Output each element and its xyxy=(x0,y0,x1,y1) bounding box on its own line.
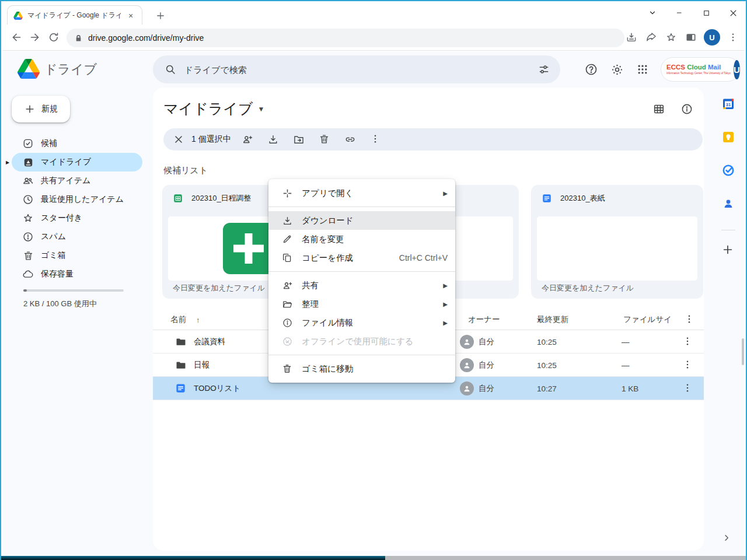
browser-menu-kebab-icon[interactable] xyxy=(726,30,740,44)
search-bar[interactable] xyxy=(153,55,560,83)
menu-item-label: 整理 xyxy=(302,299,319,310)
scrollbar-thumb[interactable] xyxy=(742,338,744,365)
side-panel-icon[interactable] xyxy=(684,30,698,44)
menu-item-label: オフラインで使用可能にする xyxy=(302,336,414,347)
contacts-icon[interactable] xyxy=(721,197,735,211)
card-file-name: 202310_日程調整 xyxy=(191,193,252,204)
bookmark-star-icon[interactable] xyxy=(664,30,678,44)
trash-icon[interactable] xyxy=(319,134,330,145)
sidebar-item-recent[interactable]: 最近使用したアイテム xyxy=(12,190,142,209)
new-tab-button[interactable] xyxy=(153,8,168,23)
sidebar-nav: 候補 ▶ マイドライブ 共有アイテム 最近使用したアイテム xyxy=(12,134,142,284)
menu-item-open-with[interactable]: アプリで開く ▶ xyxy=(268,184,455,202)
browser-profile-avatar[interactable]: U xyxy=(704,29,720,46)
column-size[interactable]: ファイルサイ xyxy=(623,314,672,325)
address-bar[interactable]: drive.google.com/drive/my-drive xyxy=(67,29,624,47)
people-icon xyxy=(22,175,34,187)
new-button[interactable]: 新規 xyxy=(12,96,70,123)
menu-item-move-to-trash[interactable]: ゴミ箱に移動 xyxy=(268,359,455,378)
new-button-label: 新規 xyxy=(41,104,58,114)
window-maximize-button[interactable] xyxy=(700,7,712,19)
row-kebab-icon[interactable] xyxy=(682,383,694,394)
row-kebab-icon[interactable] xyxy=(682,336,694,348)
download-icon[interactable] xyxy=(267,134,279,145)
window-close-button[interactable] xyxy=(727,7,739,19)
suggestions-check-icon xyxy=(22,138,34,149)
row-owner: 自分 xyxy=(479,337,494,347)
column-name[interactable]: 名前 xyxy=(170,314,186,325)
info-icon xyxy=(281,317,293,328)
account-avatar[interactable]: U xyxy=(734,60,740,79)
sidebar-item-spam[interactable]: スパム xyxy=(12,228,142,246)
menu-divider xyxy=(268,206,455,207)
submenu-arrow-icon: ▶ xyxy=(443,301,448,307)
companion-divider xyxy=(721,230,735,230)
file-card-docs[interactable]: 202310_表紙 今日変更を加えたファイル xyxy=(531,185,703,299)
menu-divider xyxy=(268,355,455,355)
title-dropdown-caret-icon[interactable]: ▼ xyxy=(258,105,265,113)
storage-progress xyxy=(23,289,124,292)
account-pill[interactable]: ECCS Cloud Mail Information Technology C… xyxy=(661,57,740,82)
back-button[interactable] xyxy=(9,30,23,44)
lock-icon xyxy=(75,34,82,42)
menu-item-organize[interactable]: 整理 ▶ xyxy=(268,295,455,313)
clear-selection-icon[interactable] xyxy=(173,134,184,145)
hide-panel-chevron-icon[interactable] xyxy=(721,533,732,543)
grid-view-toggle-icon[interactable] xyxy=(652,103,666,117)
share-page-icon[interactable] xyxy=(644,30,658,44)
rename-pencil-icon xyxy=(281,233,293,245)
clock-icon xyxy=(22,194,34,205)
expand-caret-icon[interactable]: ▶ xyxy=(6,160,9,165)
sort-ascending-icon[interactable]: ↑ xyxy=(196,316,200,324)
owner-avatar-icon xyxy=(460,335,474,349)
sidebar-item-trash[interactable]: ゴミ箱 xyxy=(12,246,142,265)
sidebar-item-label: マイドライブ xyxy=(41,157,91,167)
sidebar-item-starred[interactable]: スター付き xyxy=(12,209,142,228)
sidebar-item-shared[interactable]: 共有アイテム xyxy=(12,172,142,190)
sidebar-item-label: 保存容量 xyxy=(41,269,74,279)
menu-item-share[interactable]: 共有 ▶ xyxy=(268,276,455,295)
refresh-button[interactable] xyxy=(47,30,61,44)
row-name: 会議資料 xyxy=(194,337,225,347)
menu-item-label: ファイル情報 xyxy=(302,317,353,328)
menu-item-download[interactable]: ダウンロード xyxy=(268,211,455,230)
tab-close-icon[interactable]: × xyxy=(125,10,136,21)
share-person-add-icon[interactable] xyxy=(242,134,253,145)
sidebar-item-label: 共有アイテム xyxy=(41,176,90,186)
browser-tab[interactable]: マイドライブ - Google ドライブ × xyxy=(7,5,142,25)
window-minimize-button[interactable] xyxy=(673,7,685,19)
menu-item-file-info[interactable]: ファイル情報 ▶ xyxy=(268,313,455,332)
forward-button[interactable] xyxy=(28,30,42,44)
card-caption: 今日変更を加えたファイル xyxy=(173,283,265,293)
tasks-icon[interactable] xyxy=(721,163,735,177)
apps-grid-icon[interactable] xyxy=(636,62,650,76)
column-owner[interactable]: オーナー xyxy=(468,314,500,325)
sidebar-item-suggestions[interactable]: 候補 xyxy=(12,134,142,153)
calendar-icon[interactable]: 31 xyxy=(721,97,735,111)
sidebar-item-storage[interactable]: 保存容量 xyxy=(12,265,142,284)
help-icon[interactable] xyxy=(584,62,598,76)
details-info-icon[interactable] xyxy=(680,103,694,117)
sidebar-item-my-drive[interactable]: ▶ マイドライブ xyxy=(12,153,142,172)
menu-item-make-copy[interactable]: コピーを作成 Ctrl+C Ctrl+V xyxy=(268,249,455,267)
menu-item-rename[interactable]: 名前を変更 xyxy=(268,230,455,249)
tab-search-chevron-icon[interactable] xyxy=(647,7,658,19)
row-kebab-icon[interactable] xyxy=(682,359,694,371)
docs-file-icon xyxy=(175,383,187,394)
submenu-arrow-icon: ▶ xyxy=(443,190,448,197)
add-addon-plus-icon[interactable] xyxy=(721,243,735,257)
page-title[interactable]: マイドライブ xyxy=(163,99,253,118)
search-icon[interactable] xyxy=(165,64,176,75)
search-options-tune-icon[interactable] xyxy=(538,64,550,75)
search-input[interactable] xyxy=(184,65,530,75)
star-icon xyxy=(22,212,34,224)
keep-icon[interactable] xyxy=(721,130,735,144)
table-options-kebab-icon[interactable] xyxy=(684,314,696,326)
badge-word-mail: Mail xyxy=(708,64,721,71)
selection-count: 1 個選択中 xyxy=(191,134,231,145)
settings-gear-icon[interactable] xyxy=(610,62,624,76)
more-actions-kebab-icon[interactable] xyxy=(370,134,382,145)
move-to-folder-icon[interactable] xyxy=(293,134,305,145)
copy-link-icon[interactable] xyxy=(344,134,356,145)
download-page-icon[interactable] xyxy=(624,30,638,44)
